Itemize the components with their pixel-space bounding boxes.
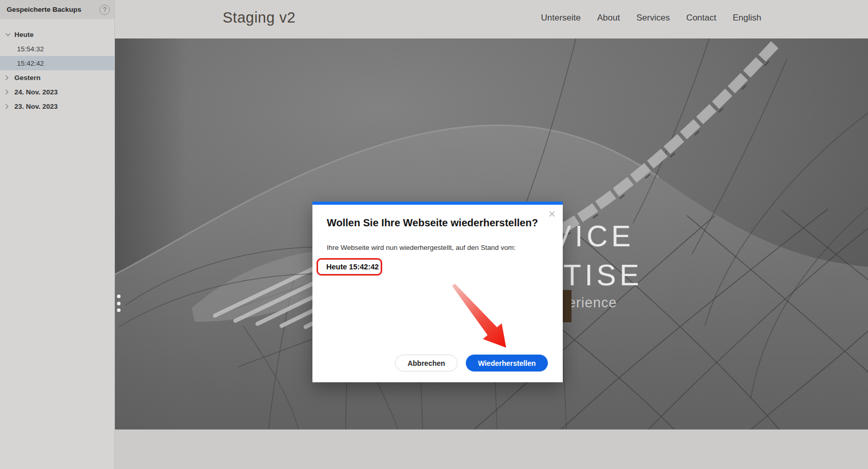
restore-timestamp: Heute 15:42:42 [326,263,379,271]
backups-sidebar: Gespeicherte Backups ? Heute 15:54:32 15… [0,0,115,469]
site-header: Staging v2 Unterseite About Services Con… [0,0,868,38]
handle-dot [117,302,121,305]
cancel-button[interactable]: Abbrechen [395,355,458,372]
hero-heading-line2-fragment: TISE [563,258,643,292]
nav-item-english[interactable]: English [733,13,761,23]
nav-item-unterseite[interactable]: Unterseite [541,13,581,23]
nav-item-contact[interactable]: Contact [686,13,717,23]
tree-group-gestern[interactable]: Gestern [0,70,114,85]
dialog-body-text: Ihre Webseite wird nun wiederhergestellt… [327,244,516,251]
sidebar-header: Gespeicherte Backups ? [0,0,114,19]
site-footer [115,429,868,469]
nav-item-services[interactable]: Services [636,13,669,23]
handle-dot [117,308,121,312]
tree-group-23-nov-2023[interactable]: 23. Nov. 2023 [0,99,114,113]
handle-dot [117,295,121,298]
tree-group-label: 24. Nov. 2023 [14,88,58,96]
tree-group-label: Gestern [14,74,41,82]
chevron-right-icon [5,75,14,81]
panel-drag-handle[interactable] [117,295,122,312]
backup-tree: Heute 15:54:32 15:42:42 Gestern 24. Nov.… [0,27,114,113]
site-title: Staging v2 [223,9,295,26]
tree-group-label: 23. Nov. 2023 [14,103,58,110]
backup-item-155432[interactable]: 15:54:32 [0,42,114,56]
chevron-down-icon [5,33,14,36]
timestamp-highlight-box: Heute 15:42:42 [317,258,382,276]
dialog-title: Wollen Sie Ihre Webseite wiederherstelle… [327,217,538,229]
tree-group-label: Heute [14,31,34,38]
tree-group-heute[interactable]: Heute [0,27,114,42]
sidebar-title: Gespeicherte Backups [7,6,100,13]
close-icon[interactable]: × [546,206,558,222]
help-icon[interactable]: ? [100,5,110,15]
chevron-right-icon [5,89,14,95]
restore-dialog: × Wollen Sie Ihre Webseite wiederherstel… [312,202,563,382]
nav-item-about[interactable]: About [597,13,620,23]
restore-button[interactable]: Wiederherstellen [466,355,548,372]
site-nav: Unterseite About Services Contact Englis… [541,13,761,23]
chevron-right-icon [5,104,14,109]
backup-item-154242-selected[interactable]: 15:42:42 [0,56,114,70]
tree-group-24-nov-2023[interactable]: 24. Nov. 2023 [0,85,114,99]
